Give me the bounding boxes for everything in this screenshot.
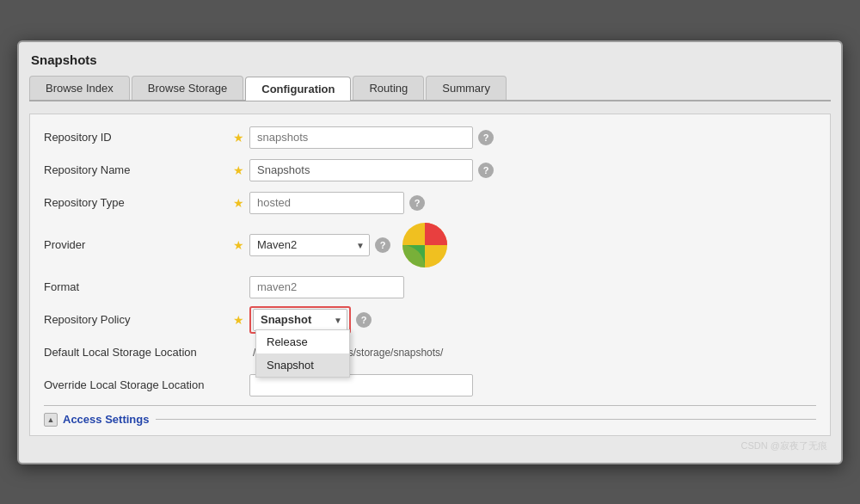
repository-name-row: Repository Name ★ ?	[44, 156, 816, 185]
repository-type-row: Repository Type ★ ?	[44, 188, 816, 218]
repository-name-input[interactable]	[249, 159, 473, 181]
repository-policy-required: ★	[233, 313, 244, 327]
tab-bar: Browse Index Browse Storage Configuratio…	[29, 76, 831, 101]
default-storage-label: Default Local Storage Location	[44, 346, 233, 359]
repository-type-label: Repository Type	[44, 196, 233, 209]
provider-row: Provider ★ Maven2 ▼ ?	[44, 221, 816, 269]
repository-type-required: ★	[233, 196, 244, 210]
repository-policy-label: Repository Policy	[44, 313, 233, 326]
repository-type-input[interactable]	[249, 192, 404, 214]
repository-type-help[interactable]: ?	[409, 195, 425, 211]
policy-select-wrapper: Snapshot Release ▼	[253, 309, 347, 331]
tab-routing[interactable]: Routing	[353, 76, 424, 100]
override-storage-row: Override Local Storage Location ★	[44, 371, 816, 400]
tab-browse-index[interactable]: Browse Index	[29, 76, 130, 100]
repository-id-row: Repository ID ★ ?	[44, 123, 816, 152]
default-storage-spacer: ★	[233, 346, 244, 360]
main-window: Snapshots Browse Index Browse Storage Co…	[17, 40, 843, 464]
watermark: CSDN @寂夜了无痕	[29, 439, 831, 452]
format-row: Format ★	[44, 273, 816, 302]
default-storage-row: Default Local Storage Location ★ /sonaty…	[44, 338, 816, 367]
provider-select-wrapper: Maven2 ▼	[249, 234, 370, 256]
tab-summary[interactable]: Summary	[426, 76, 507, 100]
tab-configuration[interactable]: Configuration	[245, 77, 351, 101]
provider-label: Provider	[44, 238, 233, 251]
format-input[interactable]	[249, 276, 404, 298]
pie-decoration	[401, 221, 449, 269]
window-title: Snapshots	[29, 52, 831, 67]
repository-policy-help[interactable]: ?	[356, 312, 372, 328]
policy-dropdown-menu: Release Snapshot	[255, 329, 350, 378]
repository-id-input[interactable]	[249, 126, 473, 149]
access-settings-section: ▲ Access Settings	[44, 405, 816, 427]
format-spacer: ★	[233, 280, 244, 294]
repository-name-help[interactable]: ?	[478, 163, 494, 178]
repository-name-label: Repository Name	[44, 163, 233, 176]
section-collapse-arrow[interactable]: ▲	[44, 413, 58, 427]
provider-help[interactable]: ?	[375, 237, 390, 253]
provider-select[interactable]: Maven2	[249, 234, 370, 256]
tab-browse-storage[interactable]: Browse Storage	[132, 76, 244, 100]
repository-id-label: Repository ID	[44, 131, 233, 144]
format-label: Format	[44, 280, 233, 293]
repository-policy-select[interactable]: Snapshot Release	[253, 309, 347, 331]
repository-policy-row: Repository Policy ★ Snapshot Release ▼ ?…	[44, 305, 816, 335]
provider-required: ★	[233, 238, 244, 252]
form-panel: Repository ID ★ ? Repository Name ★ ? Re…	[29, 114, 831, 436]
repository-name-required: ★	[233, 163, 244, 177]
repository-id-help[interactable]: ?	[478, 130, 494, 145]
policy-option-snapshot[interactable]: Snapshot	[256, 353, 349, 377]
repository-id-required: ★	[233, 131, 244, 144]
policy-option-release[interactable]: Release	[256, 330, 349, 353]
access-settings-label: Access Settings	[63, 413, 149, 426]
override-storage-spacer: ★	[233, 378, 244, 392]
override-storage-label: Override Local Storage Location	[44, 378, 233, 391]
